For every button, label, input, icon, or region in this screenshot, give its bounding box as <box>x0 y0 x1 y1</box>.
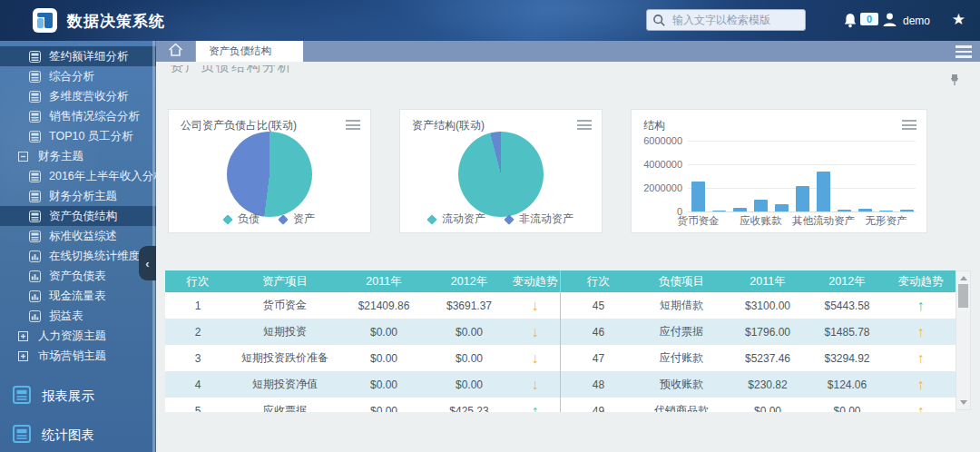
sidebar-item-label: 资产负债表 <box>49 269 106 284</box>
sidebar-item-10[interactable]: 在线切换统计维度 <box>0 246 156 266</box>
sidebar-item-6[interactable]: 2016年上半年收入分析 <box>0 166 156 186</box>
favorite-star-icon[interactable]: ★ <box>952 10 965 29</box>
sidebar-section-0[interactable]: 报表展示 <box>0 380 156 411</box>
minus-icon <box>18 152 31 162</box>
sidebar-section-1[interactable]: 统计图表 <box>0 419 156 450</box>
search-input[interactable] <box>646 9 806 31</box>
sidebar-item-label: 在线切换统计维度 <box>49 249 140 264</box>
sidebar-item-label: 资产负债结构 <box>49 209 117 224</box>
sidebar-item-label: 市场营销主题 <box>38 349 106 364</box>
table-row[interactable]: 4短期投资净值$0.00$0.00↓ <box>165 371 560 398</box>
report-icon <box>29 131 42 142</box>
legend-item[interactable]: 非流动资产 <box>505 211 573 227</box>
bar-5[interactable] <box>796 186 809 211</box>
report-icon <box>29 111 42 123</box>
chart-menu-icon[interactable] <box>346 120 360 133</box>
home-tab[interactable] <box>156 41 196 62</box>
sidebar-item-11[interactable]: 资产负债表 <box>0 266 156 286</box>
pie-chart-asset-structure[interactable] <box>458 132 544 217</box>
table-cell: $230.82 <box>727 371 808 398</box>
sidebar-item-7[interactable]: 财务分析主题 <box>0 186 156 206</box>
bar-8[interactable] <box>858 209 872 211</box>
bar-9[interactable] <box>879 211 893 212</box>
parameter-pane-pin-icon[interactable] <box>949 74 960 90</box>
chart-menu-icon[interactable] <box>902 120 916 133</box>
table-cell: $0.00 <box>339 371 428 398</box>
y-axis-tick: 2000000 <box>635 182 682 193</box>
sidebar-section-label: 报表展示 <box>42 388 94 405</box>
col-header: 2012年 <box>808 270 886 292</box>
sidebar-item-0[interactable]: 签约额详细分析 <box>0 46 156 66</box>
chart-legend: 流动资产非流动资产 <box>400 211 602 227</box>
col-header: 2011年 <box>339 270 428 292</box>
sidebar-item-13[interactable]: 损益表 <box>0 306 156 326</box>
table-row[interactable]: 3短期投资跌价准备$0.00$0.00↓ <box>165 345 560 371</box>
table-cell: 短期投资净值 <box>230 371 339 398</box>
col-header: 行次 <box>165 270 230 292</box>
scroll-down-icon[interactable] <box>960 400 967 405</box>
sidebar-item-4[interactable]: TOP10 员工分析 <box>0 126 156 146</box>
bar-1[interactable] <box>712 211 726 212</box>
legend-marker-icon <box>504 214 514 224</box>
legend-marker-icon <box>222 214 232 224</box>
table-cell: $3100.00 <box>727 292 808 319</box>
sidebar-item-14[interactable]: 人力资源主题 <box>0 326 156 346</box>
notification-bell-icon[interactable] <box>843 13 858 32</box>
sidebar-item-label: 人力资源主题 <box>38 329 106 344</box>
bar-4[interactable] <box>775 204 789 211</box>
report-icon <box>29 191 42 202</box>
sidebar-collapse-handle[interactable]: ‹ <box>139 246 156 280</box>
table-row[interactable]: 2短期投资$0.00$0.00↓ <box>165 319 560 345</box>
tab-menu-icon[interactable] <box>956 45 972 61</box>
sidebar-bottom: 报表展示统计图表 <box>0 380 156 450</box>
legend-item[interactable]: 流动资产 <box>428 211 485 227</box>
table-scrollbar[interactable] <box>956 270 971 410</box>
tab-active[interactable]: 资产负债结构 <box>196 41 303 62</box>
sidebar-item-5[interactable]: 财务主题 <box>0 146 156 166</box>
table-row[interactable]: 47应付账款$5237.46$3294.92↑ <box>561 345 956 371</box>
chart-icon <box>29 251 42 262</box>
bigreport-icon <box>13 386 31 407</box>
chart-menu-icon[interactable] <box>577 120 592 133</box>
liability-table: 行次 负债项目 2011年 2012年 变动趋势 45短期借款$3100.00$… <box>561 270 956 412</box>
table-row[interactable]: 48预收账款$230.82$124.06↑ <box>561 371 956 398</box>
legend-item[interactable]: 负债 <box>224 211 260 227</box>
bar-0[interactable] <box>691 182 705 211</box>
table-row[interactable]: 1货币资金$21409.86$3691.37↓ <box>165 292 560 319</box>
legend-marker-icon <box>426 214 436 224</box>
pie-chart-liability-asset[interactable] <box>227 132 312 217</box>
sidebar-item-1[interactable]: 综合分析 <box>0 66 156 86</box>
sidebar-item-12[interactable]: 现金流量表 <box>0 286 156 306</box>
col-header: 2011年 <box>727 270 808 292</box>
y-axis-tick: 6000000 <box>635 135 682 146</box>
scroll-thumb[interactable] <box>958 284 968 308</box>
legend-label: 流动资产 <box>442 211 485 227</box>
sidebar-item-2[interactable]: 多维度营收分析 <box>0 86 156 106</box>
table-row[interactable]: 5应收票据$0.00$425.23↑ <box>165 398 560 412</box>
app-title: 数据决策系统 <box>67 11 165 32</box>
table-cell: 应付账款 <box>636 345 727 371</box>
bar-2[interactable] <box>733 208 747 211</box>
sidebar-item-label: 综合分析 <box>49 69 94 84</box>
table-row[interactable]: 49代销商品款$0.00$0.00↑ <box>561 398 956 412</box>
sidebar-item-3[interactable]: 销售情况综合分析 <box>0 106 156 126</box>
table-cell: 4 <box>165 371 230 398</box>
trend-arrow-icon: ↑ <box>886 319 956 345</box>
bar-3[interactable] <box>754 200 768 211</box>
col-header: 资产项目 <box>230 270 339 292</box>
report-icon <box>29 51 42 63</box>
legend-item[interactable]: 资产 <box>279 211 315 227</box>
user-menu[interactable]: demo <box>882 12 930 30</box>
bar-7[interactable] <box>838 210 851 211</box>
col-header: 变动趋势 <box>510 270 560 292</box>
sidebar-item-15[interactable]: 市场营销主题 <box>0 346 156 366</box>
bar-6[interactable] <box>817 172 830 211</box>
bar-10[interactable] <box>900 210 914 211</box>
sidebar-item-8[interactable]: 资产负债结构 <box>0 206 156 226</box>
sidebar-item-9[interactable]: 标准收益综述 <box>0 226 156 246</box>
table-cell: 代销商品款 <box>636 398 727 412</box>
scroll-up-icon[interactable] <box>960 276 967 280</box>
app-logo-icon <box>33 8 57 33</box>
table-row[interactable]: 46应付票据$1796.00$1485.78↑ <box>561 319 956 345</box>
table-row[interactable]: 45短期借款$3100.00$5443.58↑ <box>561 292 956 319</box>
